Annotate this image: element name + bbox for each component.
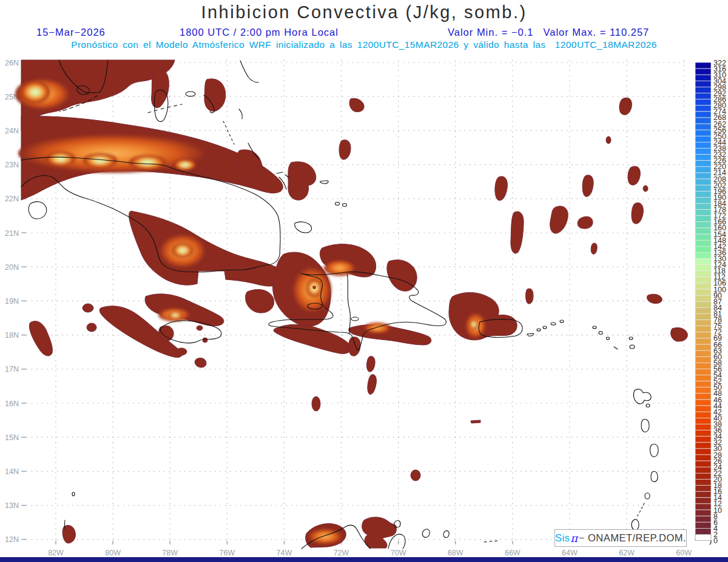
colorbar-cell [695, 136, 711, 142]
forecast-map-page: Inhibicion Convectiva (J/kg, somb.) 15−M… [0, 0, 728, 562]
colorbar-cell [695, 307, 711, 313]
cin-core-green [21, 81, 50, 103]
cin-blob-eleuthera [204, 79, 226, 112]
colorbar-cell [695, 320, 711, 326]
lon-tick-label: 60W [676, 549, 692, 557]
cin-blob-mid-atlantic-3 [550, 206, 568, 233]
colorbar-cell [695, 400, 711, 406]
colorbar-cell [695, 118, 711, 124]
colorbar-cell [695, 161, 711, 167]
colorbar-cell [695, 289, 711, 295]
colorbar-cell [695, 412, 711, 418]
colorbar-cell [695, 149, 711, 155]
coast-barbuda [629, 337, 633, 340]
lon-tick-label: 76W [219, 549, 235, 557]
lat-tick-label: 24N [5, 127, 19, 135]
colorbar-cell [695, 155, 711, 161]
colorbar-cell [695, 375, 711, 381]
coast-abaco [240, 61, 258, 82]
cin-dash-south [471, 420, 480, 423]
colorbar-cell [695, 455, 711, 461]
colorbar-cell [695, 326, 711, 332]
colorbar-labels: 3223163103042982922862802742682622562502… [713, 59, 726, 546]
latitude-axis-labels: 26N25N24N23N22N21N20N19N18N17N16N15N14N1… [5, 59, 19, 544]
credit-pi-symbol: π [570, 532, 578, 544]
colorbar-cell [695, 271, 711, 277]
coast-antigua [630, 345, 635, 349]
colorbar-cell [695, 142, 711, 148]
cin-speck-jamaica [203, 338, 207, 343]
cin-blob-south-jamaica [176, 348, 187, 355]
colorbar-cell [695, 81, 711, 87]
cin-blob-samana-cay [339, 140, 351, 159]
colorbar-cell [695, 93, 711, 99]
cin-blob-se-jamaica [195, 358, 206, 367]
colorbar-cell [695, 504, 711, 510]
coast-curacao [422, 529, 430, 538]
colorbar-cell [695, 87, 711, 93]
coast-mayaguana [320, 181, 328, 184]
colorbar-cell [695, 424, 711, 430]
credit-box: Sisπ− ONAMET/REP.DOM. [554, 529, 687, 547]
colorbar-cell [695, 473, 711, 479]
coast-martinique [650, 444, 658, 457]
colorbar-cell [695, 185, 711, 191]
lon-tick-label: 82W [48, 549, 64, 557]
cin-blob-ne-1 [619, 98, 632, 115]
lat-tick-label: 21N [5, 229, 19, 238]
coast-virgin-island [551, 323, 556, 325]
colorbar-cell [695, 130, 711, 136]
lat-tick-label: 26N [5, 59, 19, 67]
credit-sis-label: Sis [555, 532, 570, 544]
colorbar-cell [695, 234, 711, 240]
coast-anguilla [593, 326, 596, 329]
cin-blob-ne-virgin [647, 294, 662, 303]
map-canvas: 26N25N24N23N22N21N20N19N18N17N16N15N14N1… [0, 0, 728, 562]
lon-tick-label: 74W [277, 549, 292, 557]
colorbar-cell [695, 350, 711, 356]
cin-blob-guajira-east [362, 517, 397, 548]
colorbar-cell [695, 99, 711, 105]
colorbar-cell [695, 498, 711, 504]
colorbar-cell [695, 283, 711, 289]
cin-core-green [174, 159, 196, 170]
colorbar-cell [695, 62, 711, 69]
colorbar-cell [695, 216, 711, 222]
coast-haiti-dr-border [347, 273, 351, 334]
cin-speck-jamaica [197, 326, 203, 330]
colorbar-cell [695, 69, 711, 75]
cin-blob-sw-pill [29, 321, 52, 356]
cin-sliver-north-pr [526, 289, 533, 304]
colorbar-cell [695, 338, 711, 344]
coast-guadeloupe [633, 389, 651, 404]
coast-lake-enriquillo [351, 317, 359, 321]
lat-tick-label: 15N [5, 433, 19, 442]
cin-blob-plana-cays [288, 162, 316, 200]
lon-tick-label: 80W [105, 549, 121, 557]
lat-tick-label: 19N [5, 297, 19, 306]
bottom-navy-bar [0, 557, 728, 562]
coast-virgin-island [560, 320, 564, 323]
coast-st-lucia [651, 471, 658, 481]
coast-virgin-island [543, 326, 547, 329]
lon-tick-label: 68W [448, 549, 463, 557]
colorbar-cell [695, 461, 711, 467]
coast-isla-juventud [29, 202, 46, 219]
colorbar-cell [695, 246, 711, 252]
coast-st-kitts [614, 347, 618, 349]
cin-core-green [168, 312, 183, 319]
cin-core-green [470, 319, 478, 330]
lat-tick-label: 16N [5, 400, 19, 408]
cin-blob-ne-2 [582, 175, 593, 196]
colorbar-cell [695, 369, 711, 375]
coast-st-martin [599, 332, 602, 335]
colorbar [695, 62, 711, 541]
colorbar-cell [695, 492, 711, 498]
lon-tick-label: 78W [162, 549, 178, 557]
colorbar-cell [695, 105, 711, 112]
colorbar-cell [695, 381, 711, 387]
colorbar-cell [695, 393, 711, 400]
colorbar-cell [695, 516, 711, 522]
coast-st-vincent [645, 493, 650, 499]
coast-caicos [343, 204, 347, 207]
